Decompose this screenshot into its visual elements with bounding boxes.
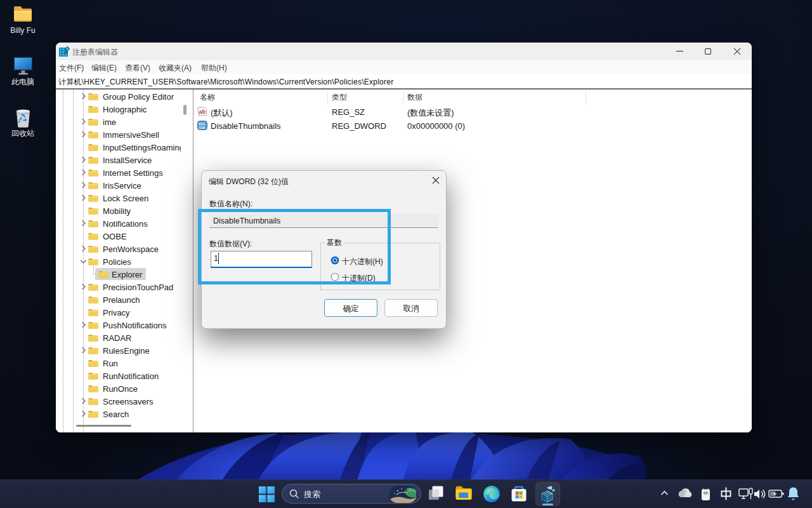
svg-text:110: 110 — [199, 126, 205, 130]
svg-text:ab: ab — [199, 109, 206, 115]
